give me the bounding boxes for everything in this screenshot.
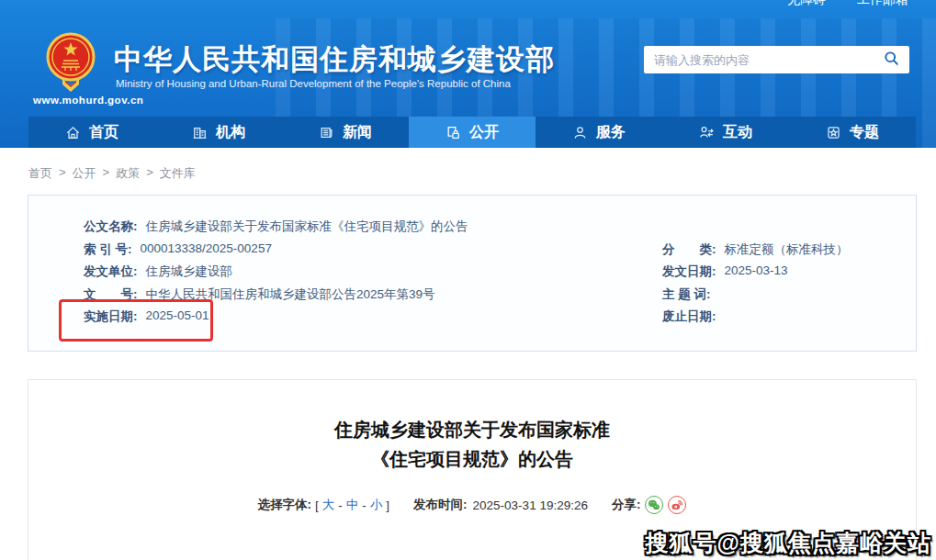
share-group: 分享:: [612, 496, 687, 514]
topics-icon: [826, 125, 841, 140]
publish-time-group: 发布时间: 2025-03-31 19:29:26: [413, 497, 588, 513]
article-title-line2: 《住宅项目规范》的公告: [28, 444, 916, 474]
home-icon: [65, 125, 81, 140]
meta-impl-date: 实施日期: 2025-05-01: [84, 308, 209, 325]
wechat-share-icon[interactable]: [645, 496, 663, 514]
main-nav: 首页 机构 新闻: [28, 117, 916, 148]
meta-category: 分 类: 标准定额（标准科技）: [662, 241, 849, 258]
site-subtitle-en: Ministry of Housing and Urban-Rural Deve…: [116, 78, 511, 89]
meta-label: 发文单位:: [84, 263, 138, 280]
meta-label: 分 类:: [662, 241, 716, 258]
meta-value: 住房城乡建设部: [146, 263, 233, 280]
national-emblem-logo: [46, 32, 96, 96]
meta-value: 住房城乡建设部关于发布国家标准《住宅项目规范》的公告: [146, 218, 468, 235]
nav-item-service[interactable]: 服务: [536, 117, 662, 148]
font-size-small-button[interactable]: 小: [370, 497, 383, 513]
meta-label: 公文名称:: [84, 218, 138, 235]
breadcrumb-library[interactable]: 文件库: [160, 165, 196, 182]
article-title-line1: 住房城乡建设部关于发布国家标准: [28, 415, 916, 444]
nav-item-organization[interactable]: 机构: [155, 117, 282, 148]
news-icon: [319, 125, 334, 140]
meta-value: 000013338/2025-00257: [141, 241, 272, 258]
bracket-close: ]: [386, 498, 389, 512]
publish-time-label: 发布时间:: [413, 497, 468, 513]
organization-icon: [192, 125, 208, 140]
nav-label: 新闻: [343, 123, 372, 142]
font-selector-label: 选择字体:: [258, 497, 312, 513]
accessibility-link[interactable]: 无障碍: [787, 0, 826, 8]
breadcrumb-separator: >: [146, 165, 153, 182]
meta-label: 索 引 号:: [84, 241, 132, 258]
work-mail-link[interactable]: 工作邮箱: [857, 0, 908, 8]
nav-item-disclosure[interactable]: 公开: [409, 117, 536, 148]
topbar-links: 无障碍 工作邮箱: [787, 0, 908, 8]
meta-value: 2025-03-13: [725, 263, 788, 280]
service-icon: [572, 125, 588, 140]
meta-label: 废止日期:: [662, 308, 716, 325]
meta-label: 发文日期:: [662, 263, 716, 280]
site-title: 中华人民共和国住房和城乡建设部: [114, 40, 555, 79]
search-input[interactable]: [654, 53, 880, 67]
bracket-open: [: [315, 498, 319, 512]
meta-label: 主 题 词:: [662, 286, 711, 303]
nav-item-home[interactable]: 首页: [28, 117, 155, 148]
meta-value: 2025-05-01: [146, 308, 209, 325]
sohu-watermark: 搜狐号@搜狐焦点嘉峪关站: [646, 528, 931, 558]
breadcrumb-separator: >: [59, 165, 66, 182]
nav-label: 服务: [596, 123, 626, 142]
meta-doc-name: 公文名称: 住房城乡建设部关于发布国家标准《住宅项目规范》的公告: [84, 218, 468, 235]
font-size-medium-button[interactable]: 中: [346, 497, 359, 513]
breadcrumb: 首页 > 公开 > 政策 > 文件库: [28, 165, 196, 182]
breadcrumb-home[interactable]: 首页: [28, 165, 52, 182]
document-meta-panel: 公文名称: 住房城乡建设部关于发布国家标准《住宅项目规范》的公告 索 引 号: …: [28, 195, 917, 352]
breadcrumb-separator: >: [103, 165, 110, 182]
nav-item-interaction[interactable]: 互动: [662, 117, 789, 148]
article-meta-row: 选择字体: [ 大 - 中 - 小 ] 发布时间: 2025-03-31 19:…: [28, 496, 916, 514]
meta-issuing-unit: 发文单位: 住房城乡建设部: [84, 263, 232, 280]
disclosure-icon: [445, 125, 461, 140]
breadcrumb-disclosure[interactable]: 公开: [73, 165, 96, 182]
nav-label: 专题: [850, 123, 879, 142]
font-size-selector: 选择字体: [ 大 - 中 - 小 ]: [258, 497, 390, 513]
weibo-share-icon[interactable]: [668, 496, 686, 514]
meta-label: 实施日期:: [84, 308, 138, 325]
publish-time-value: 2025-03-31 19:29:26: [473, 498, 588, 512]
breadcrumb-policy[interactable]: 政策: [116, 165, 140, 182]
nav-item-news[interactable]: 新闻: [282, 117, 409, 148]
meta-value: 中华人民共和国住房和城乡建设部公告2025年第39号: [146, 286, 435, 303]
meta-abolish-date: 废止日期:: [662, 308, 725, 325]
article-title: 住房城乡建设部关于发布国家标准 《住宅项目规范》的公告: [28, 415, 916, 474]
share-label: 分享:: [612, 497, 641, 513]
nav-label: 机构: [216, 123, 245, 142]
meta-doc-no: 文 号: 中华人民共和国住房和城乡建设部公告2025年第39号: [84, 286, 435, 303]
interaction-icon: [699, 125, 715, 140]
font-size-large-button[interactable]: 大: [322, 497, 335, 513]
meta-index-no: 索 引 号: 000013338/2025-00257: [84, 241, 272, 258]
search-button[interactable]: [880, 49, 902, 71]
meta-label: 文 号:: [84, 286, 138, 303]
search-icon: [884, 50, 899, 69]
meta-subject-words: 主 题 词:: [662, 286, 719, 303]
page: 无障碍 工作邮箱 中华人民共和国住房和城乡建设部 Ministry of Hou…: [0, 0, 936, 560]
font-size-separator: -: [362, 498, 367, 512]
meta-issue-date: 发文日期: 2025-03-13: [662, 263, 788, 280]
meta-value: 标准定额（标准科技）: [725, 241, 849, 258]
site-url: www.mohurd.gov.cn: [33, 95, 143, 106]
nav-label: 公开: [469, 123, 499, 142]
search-box: [644, 46, 909, 73]
font-size-separator: -: [338, 498, 343, 512]
nav-label: 首页: [89, 123, 118, 142]
nav-item-topics[interactable]: 专题: [789, 117, 916, 148]
nav-label: 互动: [723, 123, 752, 142]
